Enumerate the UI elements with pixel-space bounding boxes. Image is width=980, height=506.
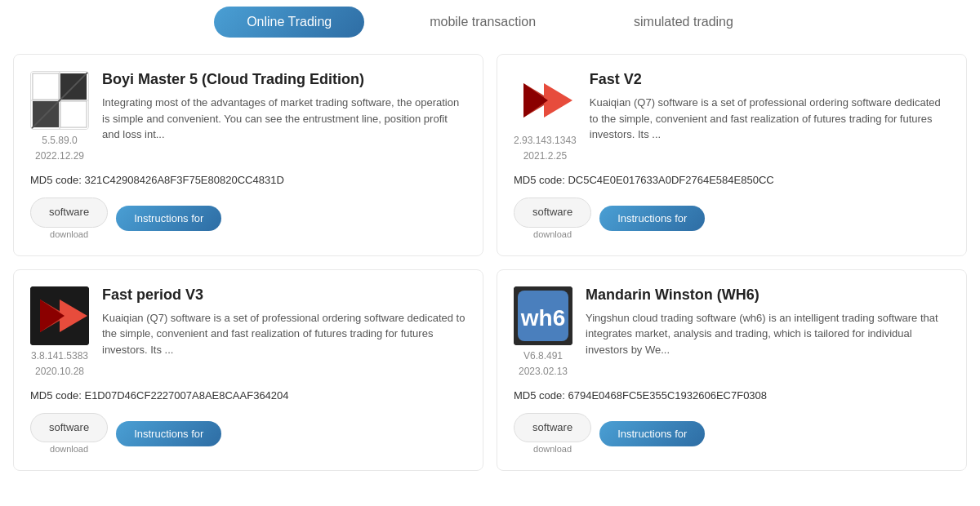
card-fastv2-software-sub: download	[533, 229, 572, 239]
card-fastv2: 2.93.143.1343 2021.2.25 Fast V2 Kuaiqian…	[497, 54, 967, 256]
card-boyi: 5.5.89.0 2022.12.29 Boyi Master 5 (Cloud…	[13, 54, 483, 256]
tab-bar: Online Trading mobile transaction simula…	[0, 0, 980, 54]
card-mandarin-instructions-btn[interactable]: Instructions for	[599, 421, 705, 446]
card-boyi-date: 2022.12.29	[30, 149, 89, 164]
card-fastperiod-software-sub: download	[50, 444, 88, 454]
card-fastv2-description: Kuaiqian (Q7) software is a set of profe…	[590, 95, 950, 143]
card-boyi-description: Integrating most of the advantages of ma…	[102, 95, 466, 143]
logo-fastv2	[515, 71, 574, 130]
card-fastv2-date: 2021.2.25	[514, 149, 577, 164]
card-fastperiod: 3.8.141.5383 2020.10.28 Fast period V3 K…	[13, 269, 483, 472]
card-fastv2-software-btn[interactable]: software	[514, 198, 591, 227]
card-fastperiod-meta: 3.8.141.5383 2020.10.28	[30, 348, 89, 380]
logo-boyi	[30, 71, 89, 130]
card-mandarin-description: Yingshun cloud trading software (wh6) is…	[586, 310, 950, 358]
card-fastv2-title: Fast V2	[590, 71, 950, 88]
card-fastv2-version: 2.93.143.1343	[514, 133, 577, 149]
card-mandarin-software-btn[interactable]: software	[514, 413, 591, 442]
svg-rect-6	[60, 101, 87, 127]
tab-online-trading[interactable]: Online Trading	[214, 7, 364, 38]
card-fastperiod-date: 2020.10.28	[30, 364, 89, 380]
card-fastv2-md5: MD5 code: DC5C4E0E017633A0DF2764E584E850…	[514, 174, 950, 186]
logo-mandarin: wh6	[514, 286, 572, 345]
card-fastperiod-description: Kuaiqian (Q7) software is a set of profe…	[102, 310, 466, 358]
card-fastv2-actions: software download Instructions for	[514, 198, 950, 238]
card-boyi-meta: 5.5.89.0 2022.12.29	[30, 133, 89, 164]
card-mandarin-version: V6.8.491	[514, 348, 572, 364]
cards-grid: 5.5.89.0 2022.12.29 Boyi Master 5 (Cloud…	[0, 54, 980, 471]
card-fastv2-instructions-btn[interactable]: Instructions for	[599, 206, 705, 231]
card-fastperiod-version: 3.8.141.5383	[30, 348, 89, 364]
card-fastperiod-software-btn[interactable]: software	[30, 413, 108, 442]
svg-rect-3	[33, 73, 59, 100]
svg-text:wh6: wh6	[520, 305, 565, 331]
card-fastperiod-instructions-btn[interactable]: Instructions for	[116, 421, 221, 446]
card-boyi-instructions-btn[interactable]: Instructions for	[116, 206, 221, 231]
card-fastperiod-title: Fast period V3	[102, 286, 466, 304]
card-boyi-info: Boyi Master 5 (Cloud Trading Edition) In…	[102, 71, 466, 143]
card-boyi-actions: software download Instructions for	[30, 198, 466, 238]
card-boyi-software-btn[interactable]: software	[30, 198, 108, 227]
card-fastperiod-info: Fast period V3 Kuaiqian (Q7) software is…	[102, 286, 466, 358]
card-mandarin-date: 2023.02.13	[514, 364, 572, 380]
card-mandarin-meta: V6.8.491 2023.02.13	[514, 348, 572, 380]
card-boyi-software-sub: download	[50, 229, 88, 239]
card-fastperiod-md5: MD5 code: E1D07D46CF2227007A8AE8CAAF3642…	[30, 389, 466, 402]
card-boyi-md5: MD5 code: 321C42908426A8F3F75E80820CC483…	[30, 174, 466, 186]
card-fastv2-info: Fast V2 Kuaiqian (Q7) software is a set …	[590, 71, 950, 143]
card-mandarin-md5: MD5 code: 6794E0468FC5E355C1932606EC7F03…	[514, 389, 950, 402]
card-boyi-version: 5.5.89.0	[30, 133, 89, 149]
card-mandarin-actions: software download Instructions for	[514, 413, 950, 454]
card-mandarin: wh6 V6.8.491 2023.02.13 Mandarin Winston…	[497, 269, 967, 472]
card-mandarin-info: Mandarin Winston (WH6) Yingshun cloud tr…	[586, 286, 950, 358]
card-fastv2-meta: 2.93.143.1343 2021.2.25	[514, 133, 577, 164]
logo-fastperiod	[30, 286, 89, 345]
tab-mobile-transaction[interactable]: mobile transaction	[397, 7, 568, 38]
card-boyi-title: Boyi Master 5 (Cloud Trading Edition)	[102, 71, 466, 88]
card-mandarin-software-sub: download	[533, 444, 572, 454]
card-mandarin-title: Mandarin Winston (WH6)	[586, 286, 950, 304]
tab-simulated-trading[interactable]: simulated trading	[601, 7, 766, 38]
card-fastperiod-actions: software download Instructions for	[30, 413, 466, 454]
